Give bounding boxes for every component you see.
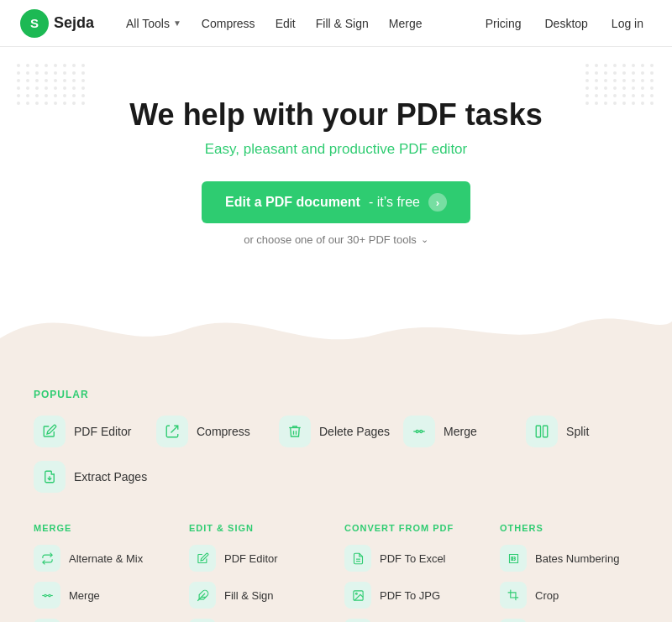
pdf-editor-cat-icon [189,545,216,572]
cat-item-pdf-editor[interactable]: PDF Editor [189,545,328,572]
pdf-excel-label: PDF To Excel [380,552,446,565]
pdf-editor-label: PDF Editor [74,425,131,438]
nav-merge[interactable]: Merge [381,12,431,35]
tools-section: POPULAR PDF Editor Compress Delete Pages… [0,372,672,622]
nav-all-tools[interactable]: All Tools ▼ [118,12,190,35]
dots-right-decoration [585,64,655,105]
delete-pages-icon [279,416,311,447]
crop-icon [500,582,527,609]
wave-decoration [0,288,672,372]
popular-section-title: POPULAR [34,389,638,400]
bates-numbering-icon [500,545,527,572]
pdf-text-icon [344,619,371,622]
crop-label: Crop [535,589,559,602]
organize-icon [34,619,60,622]
cat-item-alternate-mix[interactable]: Alternate & Mix [34,545,172,572]
dots-left-decoration [17,64,87,105]
cat-item-pdf-excel[interactable]: PDF To Excel [344,545,483,572]
category-convert: CONVERT FROM PDF PDF To Excel PDF To JPG [344,523,483,622]
svg-point-1 [416,431,418,433]
nav-desktop[interactable]: Desktop [536,12,596,35]
convert-items: PDF To Excel PDF To JPG PDF To Text [344,545,483,622]
tool-extract-pages[interactable]: Extract Pages [34,461,147,493]
brand-name: Sejda [54,14,94,32]
nav-right: Pricing Desktop Log in [477,12,652,35]
alternate-mix-label: Alternate & Mix [69,552,143,565]
cat-item-pdf-text[interactable]: PDF To Text [344,619,483,622]
split-label: Split [566,425,589,438]
cat-item-bates-numbering[interactable]: Bates Numbering [500,545,638,572]
merge-icon [403,416,435,447]
svg-point-2 [420,431,423,433]
svg-point-21 [355,593,357,594]
edit-sign-category-title: EDIT & SIGN [189,523,328,533]
compress-icon [156,416,188,447]
cat-item-fill-sign[interactable]: Fill & Sign [189,582,328,609]
extract-pages-label: Extract Pages [74,470,147,483]
chevron-down-icon: ▼ [173,18,181,28]
category-others: OTHERS Bates Numbering Crop [500,523,638,622]
category-merge: MERGE Alternate & Mix Merge [34,523,172,622]
hero-section: We help with your PDF tasks Easy, pleasa… [0,47,672,271]
merge-cat-label: Merge [69,589,100,602]
pdf-excel-icon [344,545,371,572]
delete-pages-label: Delete Pages [319,425,390,438]
categories-row: MERGE Alternate & Mix Merge [34,523,638,622]
merge-cat-icon [34,582,60,609]
pdf-editor-icon [34,416,66,447]
cta-suffix: - it’s free [369,195,420,210]
logo[interactable]: S Sejda [20,9,94,38]
nav-login[interactable]: Log in [603,12,652,35]
create-forms-icon [189,619,216,622]
alternate-mix-icon [34,545,60,572]
cat-item-pdf-jpg[interactable]: PDF To JPG [344,582,483,609]
merge-items: Alternate & Mix Merge Organize [34,545,172,622]
tool-delete-pages[interactable]: Delete Pages [279,416,390,447]
nav-pricing[interactable]: Pricing [477,12,530,35]
fill-sign-icon [189,582,216,609]
pdf-editor-cat-label: PDF Editor [224,552,278,565]
hero-subtitle: Easy, pleasant and productive PDF editor [17,141,655,158]
svg-rect-3 [536,426,540,437]
extract-pages-icon [34,461,66,493]
cta-edit-pdf-button[interactable]: Edit a PDF document - it’s free › [202,181,470,223]
cat-item-delete-pages-other[interactable]: Delete Pages [500,619,638,622]
split-icon [526,416,558,447]
nav-fill-sign[interactable]: Fill & Sign [307,12,377,35]
wave-section [0,288,672,372]
others-items: Bates Numbering Crop Delete Pages [500,545,638,622]
nav-edit[interactable]: Edit [267,12,304,35]
delete-pages-other-icon [500,619,527,622]
bates-numbering-label: Bates Numbering [535,552,619,565]
navbar: S Sejda All Tools ▼ Compress Edit Fill &… [0,0,672,47]
svg-rect-4 [543,426,548,437]
nav-compress[interactable]: Compress [193,12,264,35]
popular-grid: PDF Editor Compress Delete Pages Merge S [34,416,638,493]
edit-sign-items: PDF Editor Fill & Sign Create Forms [189,545,328,622]
tool-compress[interactable]: Compress [156,416,265,447]
svg-point-6 [44,594,46,597]
cat-item-organize[interactable]: Organize [34,619,172,622]
svg-point-7 [48,594,50,597]
hero-title: We help with your PDF tasks [17,97,655,133]
cat-item-merge[interactable]: Merge [34,582,172,609]
merge-label: Merge [444,425,477,438]
tool-pdf-editor[interactable]: PDF Editor [34,416,143,447]
pdf-jpg-label: PDF To JPG [380,589,440,602]
logo-icon: S [20,9,49,38]
convert-category-title: CONVERT FROM PDF [344,523,483,533]
category-edit-sign: EDIT & SIGN PDF Editor Fill & Sign [189,523,328,622]
others-category-title: OTHERS [500,523,638,533]
cat-item-crop[interactable]: Crop [500,582,638,609]
tool-split[interactable]: Split [526,416,635,447]
compress-label: Compress [197,425,250,438]
chevron-down-icon: ⌄ [421,234,428,245]
cta-sub-text: or choose one of our 30+ PDF tools ⌄ [17,233,655,246]
cta-arrow-icon: › [428,193,447,212]
nav-links: All Tools ▼ Compress Edit Fill & Sign Me… [118,12,477,35]
cat-item-create-forms[interactable]: Create Forms [189,619,328,622]
cta-main-label: Edit a PDF document [225,195,360,210]
fill-sign-label: Fill & Sign [224,589,274,602]
merge-category-title: MERGE [34,523,172,533]
tool-merge[interactable]: Merge [403,416,512,447]
